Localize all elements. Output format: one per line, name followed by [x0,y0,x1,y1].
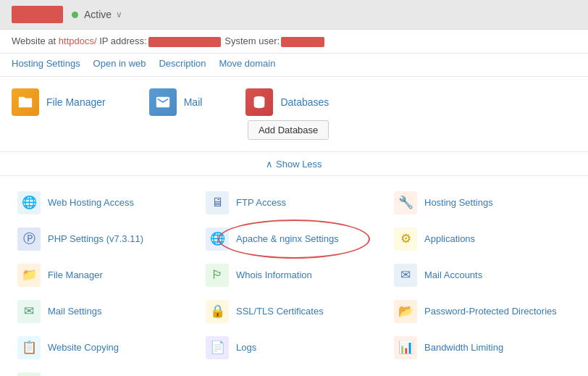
tool-cell-web-hosting-access[interactable]: 🌐Web Hosting Access [12,185,200,221]
website-copying-label: Website Copying [48,342,119,353]
tool-cell-empty2 [388,366,576,376]
tool-cell-empty1 [200,366,388,376]
status-indicator[interactable]: Active ∨ [72,9,122,20]
password-dirs-label: Password-Protected Directories [424,306,557,317]
mail-icon [149,88,177,116]
info-bar: Website at httpdocs/ IP address: System … [0,30,588,54]
mail-accounts-icon: ✉ [394,264,417,287]
password-dirs-icon: 📂 [394,300,417,323]
bandwidth-limiting-label: Bandwidth Limiting [424,342,503,353]
database-icon [245,88,273,116]
ip-redacted [148,37,221,47]
top-bar: Active ∨ [0,0,588,30]
tool-cell-applications[interactable]: ⚙Applications [388,221,576,257]
applications-icon: ⚙ [394,227,417,251]
whois-info-label: Whois Information [236,270,312,280]
file-manager-2-label: File Manager [48,270,103,280]
tool-cell-hosting-settings[interactable]: 🔧Hosting Settings [388,185,576,221]
tool-cell-file-manager-2[interactable]: 📁File Manager [12,257,200,293]
system-user-redacted [281,37,324,47]
tool-cell-whois-info[interactable]: 🏳Whois Information [200,257,388,293]
quick-tools: File Manager Mail Databases Add Database [0,77,588,152]
ssl-certs-label: SSL/TLS Certificates [236,306,324,317]
status-dot-icon [72,12,78,18]
hosting-settings-label: Hosting Settings [424,197,493,208]
httpdocs-link[interactable]: httpdocs/ [59,35,97,46]
ftp-access-label: FTP Access [236,197,286,208]
mail-settings-icon: ✉ [17,300,41,323]
php-settings-icon: Ⓟ [17,227,41,251]
tool-cell-php-settings[interactable]: ⓅPHP Settings (v7.3.11) [12,221,200,257]
tool-cell-ftp-access[interactable]: 🖥FTP Access [200,185,388,221]
open-in-web-link[interactable]: Open in web [93,58,146,69]
chevron-down-icon[interactable]: ∨ [116,9,122,20]
ssl-certs-icon: 🔒 [206,300,229,323]
tool-cell-web-users[interactable]: 👤Web Users [12,366,200,376]
file-manager-label: File Manager [46,96,106,108]
web-hosting-access-label: Web Hosting Access [48,197,134,208]
status-label: Active [84,9,112,20]
add-database-button[interactable]: Add Database [248,120,329,140]
quick-tool-filemanager[interactable]: File Manager [12,88,106,116]
description-link[interactable]: Description [159,58,206,69]
tool-cell-password-dirs[interactable]: 📂Password-Protected Directories [388,293,576,330]
quick-tool-mail[interactable]: Mail [149,88,203,116]
mail-label: Mail [184,96,203,108]
hosting-settings-link[interactable]: Hosting Settings [12,58,80,69]
hosting-settings-icon: 🔧 [394,191,417,214]
show-less-link[interactable]: ∧ Show Less [266,159,322,170]
quick-tool-databases[interactable]: Databases [245,88,329,116]
move-domain-link[interactable]: Move domain [219,58,275,69]
logs-icon: 📄 [206,336,229,359]
databases-area: Databases Add Database [245,88,329,140]
website-copying-icon: 📋 [17,336,41,359]
tool-cell-mail-accounts[interactable]: ✉Mail Accounts [388,257,576,293]
bandwidth-limiting-icon: 📊 [394,336,417,359]
apache-nginx-label: Apache & nginx Settings [236,233,339,244]
website-at-label: Website at [12,35,59,46]
system-user-label: System user: [222,35,280,46]
logs-label: Logs [236,342,256,353]
tools-grid: 🌐Web Hosting Access🖥FTP Access🔧Hosting S… [0,176,588,376]
ip-label: IP address: [97,35,147,46]
folder-icon [12,88,39,116]
php-settings-label: PHP Settings (v7.3.11) [48,233,143,244]
mail-accounts-label: Mail Accounts [424,270,482,280]
action-links: Hosting Settings Open in web Description… [0,54,588,77]
apache-nginx-icon: 🌐 [206,227,229,251]
tool-cell-logs[interactable]: 📄Logs [200,330,388,366]
show-less-bar: ∧ Show Less [0,152,588,176]
tool-cell-mail-settings[interactable]: ✉Mail Settings [12,293,200,330]
file-manager-2-icon: 📁 [17,264,41,287]
whois-info-icon: 🏳 [206,264,229,287]
tool-cell-ssl-certs[interactable]: 🔒SSL/TLS Certificates [200,293,388,330]
domain-name [12,6,63,23]
tool-cell-website-copying[interactable]: 📋Website Copying [12,330,200,366]
web-hosting-access-icon: 🌐 [17,191,41,214]
mail-settings-label: Mail Settings [48,306,101,317]
tool-cell-apache-nginx[interactable]: 🌐Apache & nginx Settings [200,221,388,257]
databases-label: Databases [280,96,329,108]
tool-cell-bandwidth-limiting[interactable]: 📊Bandwidth Limiting [388,330,576,366]
web-users-icon: 👤 [17,372,41,376]
ftp-access-icon: 🖥 [206,191,229,214]
applications-label: Applications [424,233,475,244]
